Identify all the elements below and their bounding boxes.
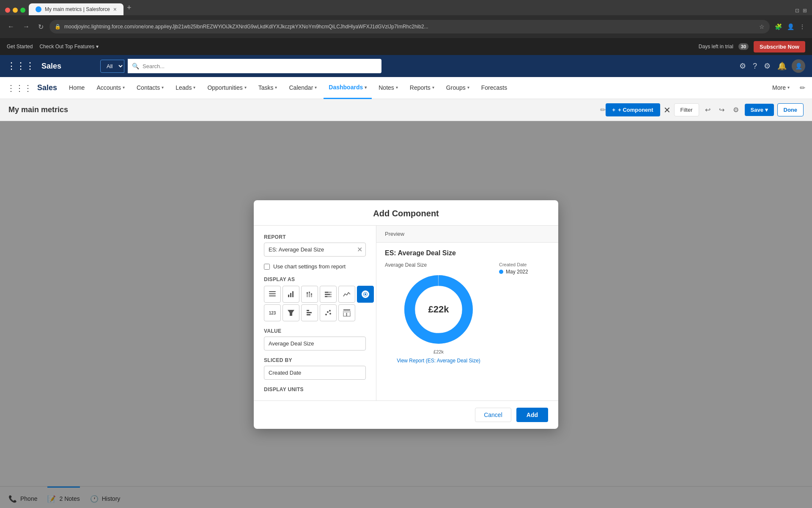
- user-avatar[interactable]: 👤: [792, 59, 805, 73]
- done-button[interactable]: Done: [777, 103, 804, 116]
- nav-item-calendar[interactable]: Calendar▾: [284, 77, 322, 99]
- display-list-button[interactable]: [264, 286, 281, 303]
- cancel-button[interactable]: Cancel: [475, 408, 511, 422]
- display-horizontal-button[interactable]: [301, 304, 318, 321]
- back-button[interactable]: ←: [5, 21, 17, 32]
- report-clear-button[interactable]: ✕: [357, 246, 362, 254]
- svg-rect-3: [288, 295, 289, 297]
- svg-marker-20: [288, 310, 294, 316]
- donut-chart: £22k: [401, 271, 477, 348]
- search-all-select[interactable]: All: [100, 60, 124, 73]
- notification-icon[interactable]: 🔔: [776, 60, 788, 72]
- preview-header: Preview: [376, 226, 558, 243]
- add-component-button[interactable]: + + Component: [606, 103, 660, 116]
- value-label: Value: [264, 328, 366, 334]
- new-tab-button[interactable]: +: [123, 2, 135, 14]
- display-stacked-bar2-button[interactable]: [320, 286, 337, 303]
- tab-title: My main metrics | Salesforce: [45, 6, 110, 12]
- preview-chart-title: ES: Average Deal Size: [385, 249, 550, 257]
- top-features-link[interactable]: Check Out Top Features ▾: [39, 44, 98, 50]
- settings-dash-icon[interactable]: ⚙: [730, 103, 741, 116]
- modal-title: Add Component: [264, 209, 548, 218]
- nav-item-notes[interactable]: Notes▾: [373, 77, 403, 99]
- svg-rect-8: [309, 293, 310, 297]
- nav-item-leads[interactable]: Leads▾: [170, 77, 200, 99]
- edit-title-button[interactable]: ✏: [600, 106, 606, 114]
- svg-rect-17: [325, 296, 327, 297]
- restore-icon[interactable]: ⊡: [795, 8, 799, 14]
- grid-menu-icon[interactable]: ⋮⋮⋮: [7, 61, 35, 72]
- setup-icon[interactable]: ⚙: [762, 60, 772, 72]
- display-donut-button[interactable]: [357, 286, 374, 303]
- close-x-button[interactable]: ✕: [664, 105, 671, 115]
- app-name: Sales: [37, 83, 57, 92]
- search-icon: 🔍: [132, 63, 139, 69]
- nav-edit-icon[interactable]: ✏: [800, 84, 805, 92]
- display-stacked-bar-button[interactable]: [301, 286, 318, 303]
- search-input[interactable]: [143, 63, 377, 69]
- window-control-minimize[interactable]: [13, 8, 18, 13]
- report-input[interactable]: [264, 243, 366, 257]
- expand-icon[interactable]: ⊞: [803, 8, 807, 14]
- tab-favicon: [36, 6, 41, 12]
- nav-item-contacts[interactable]: Contacts▾: [132, 77, 169, 99]
- subscribe-button[interactable]: Subscribe Now: [754, 41, 805, 52]
- sliced-by-input[interactable]: [264, 366, 366, 380]
- modal-overlay: Add Component Report ✕: [0, 121, 812, 508]
- extensions-icon[interactable]: 🧩: [773, 22, 784, 32]
- nav-item-accounts[interactable]: Accounts▾: [91, 77, 130, 99]
- window-control-maximize[interactable]: [20, 8, 25, 13]
- star-icon[interactable]: ☆: [759, 23, 765, 30]
- browser-tab-active[interactable]: My main metrics | Salesforce ×: [29, 3, 123, 15]
- use-chart-checkbox[interactable]: [264, 264, 270, 270]
- profile-icon[interactable]: 👤: [785, 22, 796, 32]
- value-input[interactable]: [264, 337, 366, 351]
- display-bar-button[interactable]: [283, 286, 299, 303]
- display-funnel-button[interactable]: [283, 304, 299, 321]
- apps-grid-icon[interactable]: ⋮⋮⋮: [7, 83, 32, 93]
- nav-item-reports[interactable]: Reports▾: [405, 77, 439, 99]
- display-scatter-button[interactable]: [320, 304, 337, 321]
- display-line-button[interactable]: [338, 286, 355, 303]
- trial-text: Days left in trial: [699, 44, 733, 50]
- svg-rect-10: [311, 295, 312, 297]
- svg-rect-2: [269, 295, 276, 296]
- svg-rect-21: [307, 310, 309, 311]
- help-icon[interactable]: ?: [751, 60, 759, 72]
- view-report-link[interactable]: View Report (ES: Average Deal Size): [397, 358, 480, 364]
- dashboard-title: My main metrics: [8, 105, 600, 114]
- nav-item-groups[interactable]: Groups▾: [441, 77, 475, 99]
- save-button[interactable]: Save ▾: [745, 104, 774, 116]
- undo-button[interactable]: ↩: [702, 103, 713, 116]
- menu-icon[interactable]: ⋮: [798, 22, 807, 32]
- tab-close-icon[interactable]: ×: [113, 6, 117, 13]
- svg-point-19: [364, 293, 367, 295]
- get-started-link[interactable]: Get Started: [7, 44, 33, 50]
- settings-icon[interactable]: ⚙: [738, 60, 748, 72]
- filter-button[interactable]: Filter: [674, 103, 699, 116]
- svg-rect-13: [325, 292, 328, 293]
- nav-item-tasks[interactable]: Tasks▾: [253, 77, 283, 99]
- app-name-search-bar: Sales: [41, 62, 61, 71]
- svg-rect-7: [307, 292, 308, 294]
- donut-center-value: £22k: [428, 304, 449, 315]
- forward-button[interactable]: →: [20, 21, 32, 32]
- refresh-button[interactable]: ↻: [36, 21, 46, 33]
- legend-date-label: Created Date: [499, 262, 550, 267]
- display-table-button[interactable]: [338, 304, 355, 321]
- nav-item-more[interactable]: More▾: [767, 77, 795, 99]
- add-component-modal: Add Component Report ✕: [254, 200, 558, 429]
- nav-item-opportunities[interactable]: Opportunities▾: [202, 77, 251, 99]
- svg-point-26: [329, 310, 331, 312]
- add-button[interactable]: Add: [516, 408, 548, 422]
- svg-rect-22: [307, 312, 312, 313]
- svg-rect-31: [343, 311, 350, 313]
- redo-button[interactable]: ↪: [716, 103, 727, 116]
- svg-rect-5: [292, 291, 294, 297]
- nav-item-forecasts[interactable]: Forecasts: [476, 77, 512, 99]
- window-control-close[interactable]: [5, 8, 10, 13]
- nav-item-dashboards[interactable]: Dashboards▾: [324, 77, 372, 99]
- nav-item-home[interactable]: Home: [64, 77, 90, 99]
- svg-rect-23: [307, 314, 310, 315]
- display-number-button[interactable]: 123: [264, 304, 281, 321]
